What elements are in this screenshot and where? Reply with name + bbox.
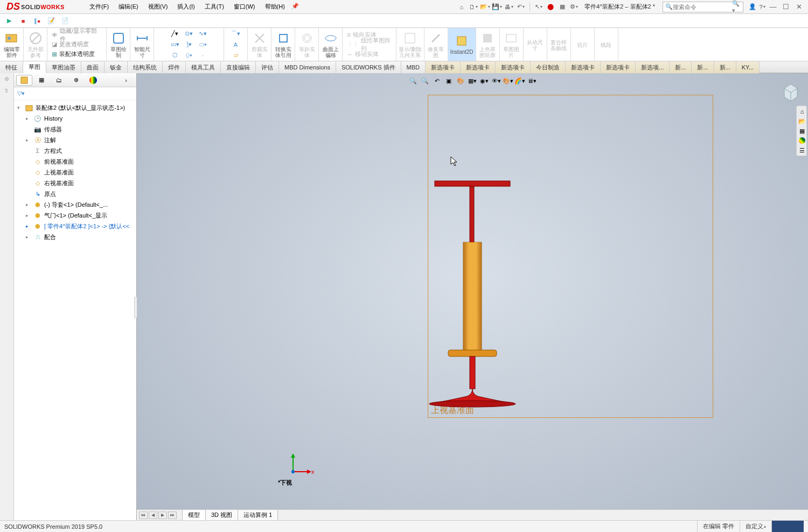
help-icon[interactable]: ?▾ <box>757 2 767 12</box>
scene-icon[interactable]: 🌈▾ <box>514 75 525 86</box>
expand-icon[interactable]: › <box>118 75 134 86</box>
bottom-tab[interactable]: 运动算例 1 <box>238 510 278 521</box>
command-tab[interactable]: 钣金 <box>105 61 128 73</box>
command-tab[interactable]: 新选项卡 <box>461 61 496 73</box>
bottom-tab[interactable]: 3D 视图 <box>205 510 238 521</box>
pause-record-icon[interactable]: ‖● <box>32 16 42 26</box>
appearances-tab-icon[interactable] <box>798 136 806 145</box>
home-icon[interactable]: ⌂ <box>457 2 466 12</box>
nav-prev[interactable]: ◀ <box>149 512 157 519</box>
render-icon[interactable]: 🖥▾ <box>526 75 537 86</box>
display-style-icon[interactable]: ◉▾ <box>479 75 490 86</box>
tree-item[interactable]: Σ方程式 <box>14 145 136 156</box>
command-tab[interactable]: MBD <box>401 61 426 73</box>
command-tab[interactable]: SOLIDWORKS 插件 <box>336 61 401 73</box>
hide-show-items-icon[interactable]: 👁▾ <box>491 75 501 86</box>
command-tab[interactable]: 今日制造 <box>531 61 566 73</box>
tree-item[interactable]: ◇前视基准面 <box>14 156 136 167</box>
minimize-button[interactable]: — <box>767 2 779 12</box>
property-tab[interactable]: ▦ <box>33 75 50 86</box>
filter-icon[interactable]: ▽▾ <box>17 90 25 97</box>
instant2d-button[interactable]: Instant2D <box>448 28 476 61</box>
command-tab[interactable]: 草图油墨 <box>46 61 81 73</box>
line-tool[interactable]: ╱▾ <box>169 29 181 39</box>
appearance-icon[interactable]: 🎨▾ <box>503 75 513 86</box>
tree-item[interactable]: ▸⬢(-) 导套<1> (Default<_... <box>14 199 136 210</box>
command-tab[interactable]: 新... <box>692 61 714 73</box>
plane-tool[interactable]: ▱ <box>230 51 242 60</box>
bottom-tab[interactable]: 模型 <box>182 510 206 521</box>
tree-item[interactable]: ▸⬢气门<1> (Default<_显示 <box>14 210 136 221</box>
search-dropdown-icon[interactable]: 🔍▾ <box>732 0 741 14</box>
previous-view-icon[interactable]: ↶ <box>431 75 442 86</box>
no-ext-ref-button[interactable]: 无外部 参考 <box>24 28 47 61</box>
slice-button[interactable]: 切片 <box>571 28 595 61</box>
command-tab[interactable]: 评估 <box>256 61 279 73</box>
menu-tools[interactable]: 工具(T) <box>200 1 228 12</box>
properties-tab-icon[interactable]: ☰ <box>798 146 806 155</box>
point-tool[interactable]: · <box>197 51 209 60</box>
command-tab[interactable]: 新选项卡 <box>426 61 461 73</box>
pin-icon[interactable]: 📌 <box>290 1 300 11</box>
status-extra[interactable] <box>771 521 804 532</box>
feature-tree-tab[interactable] <box>16 75 32 86</box>
print-icon[interactable]: 🖶▾ <box>504 2 514 12</box>
zoom-area-icon[interactable]: 🔍 <box>420 75 430 86</box>
tree-item[interactable]: 📷传感器 <box>14 124 136 135</box>
ellipse-tool[interactable]: ⬭▾ <box>197 40 209 50</box>
show-relations-button[interactable]: 显示/删除 几何关系 <box>396 28 424 61</box>
menu-file[interactable]: 文件(F) <box>85 1 113 12</box>
command-tab[interactable]: 新选项卡 <box>601 61 636 73</box>
nav-last[interactable]: ⏭ <box>168 512 177 519</box>
command-tab[interactable]: 新... <box>714 61 736 73</box>
select-icon[interactable]: ↖▾ <box>534 2 544 12</box>
status-custom[interactable]: 自定义 ▴ <box>740 521 771 532</box>
menu-view[interactable]: 视图(V) <box>144 1 172 12</box>
command-tab[interactable]: 特征 <box>0 61 23 73</box>
command-tab[interactable]: 草图 <box>23 61 46 73</box>
tree-item[interactable]: ▸⎍配合 <box>14 232 136 242</box>
rebuild-icon[interactable]: ⬤ <box>546 2 555 12</box>
menu-window[interactable]: 窗口(W) <box>229 1 260 12</box>
dimxpert-tab[interactable]: ⊕ <box>68 75 84 86</box>
segment-button[interactable]: 线段 <box>595 28 618 61</box>
edit-macro-icon[interactable]: 📝 <box>46 16 56 26</box>
tree-item[interactable]: ◇右视基准面 <box>14 178 136 188</box>
new-macro-icon[interactable]: 📄 <box>60 16 70 26</box>
options-icon[interactable]: ▦ <box>558 2 567 12</box>
trim-button[interactable]: 剪裁实 体 <box>248 28 271 61</box>
circle-tool[interactable]: ⊙▾ <box>183 29 195 39</box>
nav-next[interactable]: ▶ <box>158 512 167 519</box>
command-tab[interactable]: KY... <box>736 61 760 73</box>
edit-part-button[interactable]: 编辑零 部件 <box>0 28 24 61</box>
tree-root[interactable]: ▾ 装配体2 (默认<默认_显示状态-1>) <box>14 102 136 113</box>
fit-spline-button[interactable]: 套合样 条曲线 <box>547 28 571 61</box>
view-orient-icon[interactable]: ▦▾ <box>467 75 478 86</box>
fillet-tool[interactable]: ⌒▾ <box>230 29 242 39</box>
repair-button[interactable]: 修复草 图 <box>424 28 448 61</box>
command-tab[interactable]: 模具工具 <box>186 61 221 73</box>
undo-icon[interactable]: ↶▾ <box>516 2 526 12</box>
stop-icon[interactable]: ■ <box>18 16 28 26</box>
command-tab[interactable]: 新选项卡 <box>496 61 531 73</box>
orientation-cube[interactable] <box>780 81 802 102</box>
rect-tool[interactable]: ▭▾ <box>169 40 181 50</box>
close-button[interactable]: ✕ <box>793 2 805 12</box>
user-icon[interactable]: 👤 <box>748 2 757 12</box>
tool-icon-2[interactable]: ╖ <box>5 86 9 92</box>
tree-item[interactable]: ◇上视基准面 <box>14 167 136 178</box>
play-icon[interactable]: ▶ <box>4 16 14 26</box>
driven-dim-button[interactable]: 从动尺 寸 <box>524 28 547 61</box>
tree-item[interactable]: ↳原点 <box>14 188 136 199</box>
smart-dim-button[interactable]: 智能尺 寸 <box>130 28 154 61</box>
command-tab[interactable]: 焊件 <box>163 61 186 73</box>
text-tool[interactable]: A <box>230 40 242 50</box>
tool-icon-1[interactable]: ⊕ <box>4 75 9 82</box>
spline-tool[interactable]: ∿▾ <box>197 29 209 39</box>
search-input[interactable] <box>673 4 732 10</box>
command-tab[interactable]: 新... <box>670 61 692 73</box>
tree-item[interactable]: ▸Ⓐ注解 <box>14 135 136 145</box>
tree-item[interactable]: ▸⬢[ 零件4^装配体2 ]<1> -> (默认<< <box>14 221 136 232</box>
shade-sketch-button[interactable]: 上色草 图轮廓 <box>476 28 500 61</box>
polygon-tool[interactable]: ⬡ <box>169 51 181 60</box>
